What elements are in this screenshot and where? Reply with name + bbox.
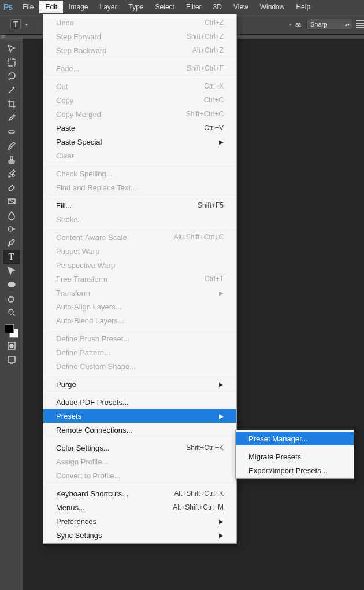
svg-point-2 — [12, 174, 14, 176]
menu-item-purge[interactable]: Purge▶ — [43, 377, 236, 391]
svg-point-4 — [8, 227, 13, 231]
history-tool[interactable] — [3, 167, 20, 180]
menu-item-assign-profile: Assign Profile... — [43, 455, 236, 469]
tool-preset-button[interactable]: T — [10, 19, 21, 30]
menubar-item-select[interactable]: Select — [150, 1, 180, 13]
submenu-arrow-icon: ▶ — [219, 139, 224, 145]
app-logo: Ps — [3, 2, 12, 12]
svg-point-6 — [8, 282, 15, 287]
color-swatches[interactable] — [3, 323, 20, 339]
presets-submenu: Preset Manager...Migrate PresetsExport/I… — [235, 430, 354, 479]
menubar-item-filter[interactable]: Filter — [180, 1, 207, 13]
menu-item-preset-manager[interactable]: Preset Manager... — [236, 432, 354, 445]
eyedropper-tool[interactable] — [3, 111, 20, 125]
menu-item-migrate-presets[interactable]: Migrate Presets — [236, 449, 354, 463]
menu-item-perspective-warp: Perspective Warp — [43, 258, 236, 272]
menu-item-label: Define Custom Shape... — [56, 362, 224, 371]
menu-item-convert-to-profile: Convert to Profile... — [43, 469, 236, 482]
menu-item-keyboard-shortcuts[interactable]: Keyboard Shortcuts...Alt+Shift+Ctrl+K — [43, 486, 236, 500]
menubar-item-view[interactable]: View — [228, 1, 254, 13]
menu-item-shortcut: Alt+Shift+Ctrl+M — [173, 503, 224, 511]
quickmask-button[interactable] — [3, 339, 20, 353]
ellipse-tool[interactable] — [3, 278, 20, 292]
menu-item-label: Sync Settings — [56, 531, 216, 540]
gradient-tool[interactable] — [3, 194, 20, 208]
submenu-arrow-icon: ▶ — [219, 381, 224, 388]
menu-item-paste[interactable]: PasteCtrl+V — [43, 121, 236, 135]
menu-item-adobe-pdf-presets[interactable]: Adobe PDF Presets... — [43, 395, 236, 409]
menu-item-label: Clear — [56, 152, 224, 160]
menubar-item-help[interactable]: Help — [290, 1, 316, 13]
menu-item-shortcut: Shift+F5 — [198, 201, 224, 209]
blur-tool[interactable] — [3, 208, 20, 222]
menu-item-label: Adobe PDF Presets... — [56, 398, 224, 407]
chevron-down-icon[interactable]: ▾ — [25, 22, 28, 27]
submenu-arrow-icon: ▶ — [219, 532, 224, 539]
menu-separator — [44, 393, 236, 393]
antialias-select[interactable]: Sharp ▴▾ — [306, 19, 352, 30]
menu-item-color-settings[interactable]: Color Settings...Shift+Ctrl+K — [43, 441, 236, 455]
menu-item-preferences[interactable]: Preferences▶ — [43, 514, 236, 528]
menu-item-menus[interactable]: Menus...Alt+Shift+Ctrl+M — [43, 500, 236, 514]
menubar-item-file[interactable]: File — [17, 1, 39, 13]
menu-item-paste-special[interactable]: Paste Special▶ — [43, 135, 236, 149]
wand-tool[interactable] — [3, 83, 20, 97]
menubar-item-image[interactable]: Image — [63, 1, 94, 13]
chevron-down-icon[interactable]: ▾ — [289, 22, 292, 27]
menu-item-shortcut: Shift+Ctrl+K — [186, 444, 224, 452]
brush-tool[interactable] — [3, 139, 20, 153]
menu-separator — [44, 164, 236, 165]
menu-item-label: Purge — [56, 380, 216, 389]
crop-tool[interactable] — [3, 97, 20, 111]
menu-item-transform: Transform▶ — [43, 286, 236, 300]
hand-tool[interactable] — [3, 292, 20, 305]
menu-item-label: Check Spelling... — [56, 169, 224, 178]
menu-item-copy-merged: Copy MergedShift+Ctrl+C — [43, 107, 236, 121]
menu-item-shortcut: Shift+Ctrl+C — [186, 110, 224, 118]
pen-tool[interactable] — [3, 236, 20, 250]
menu-item-define-custom-shape: Define Custom Shape... — [43, 359, 236, 373]
menu-item-export-import-presets[interactable]: Export/Import Presets... — [236, 463, 354, 477]
align-left-button[interactable] — [356, 20, 364, 28]
menu-item-sync-settings[interactable]: Sync Settings▶ — [43, 528, 236, 542]
menu-item-label: Define Brush Preset... — [56, 334, 224, 343]
stamp-tool[interactable] — [3, 153, 20, 167]
menu-item-check-spelling: Check Spelling... — [43, 167, 236, 180]
menu-item-remote-connections[interactable]: Remote Connections... — [43, 423, 236, 437]
type-tool[interactable]: T — [3, 250, 20, 264]
menu-item-label: Define Pattern... — [56, 348, 224, 357]
lasso-tool[interactable] — [3, 69, 20, 83]
move-tool[interactable] — [3, 42, 20, 56]
menubar: Ps FileEditImageLayerTypeSelectFilter3DV… — [0, 0, 364, 14]
marquee-tool[interactable] — [3, 56, 20, 69]
menu-item-label: Color Settings... — [56, 444, 186, 452]
menubar-item-window[interactable]: Window — [254, 1, 291, 13]
eraser-tool[interactable] — [3, 180, 20, 194]
menu-item-label: Paste Special — [56, 138, 216, 146]
menu-item-fill[interactable]: Fill...Shift+F5 — [43, 198, 236, 212]
menu-separator — [44, 228, 236, 228]
heal-tool[interactable] — [3, 125, 20, 139]
menu-item-shortcut: Shift+Ctrl+Z — [187, 32, 224, 40]
menu-item-cut: CutCtrl+X — [43, 79, 236, 93]
menu-separator — [44, 484, 236, 485]
menubar-item-edit[interactable]: Edit — [39, 1, 63, 13]
menu-item-label: Fill... — [56, 201, 198, 210]
dodge-tool[interactable] — [3, 222, 20, 236]
menu-item-label: Convert to Profile... — [56, 471, 224, 480]
menu-item-label: Free Transform — [56, 275, 205, 283]
menubar-item-3d[interactable]: 3D — [207, 1, 228, 13]
screenmode-button[interactable] — [3, 353, 20, 367]
menu-item-label: Assign Profile... — [56, 458, 224, 466]
menu-item-label: Stroke... — [56, 215, 224, 224]
menu-item-shortcut: Ctrl+Z — [205, 19, 224, 27]
path-tool[interactable] — [3, 264, 20, 278]
zoom-tool[interactable] — [3, 305, 20, 319]
menu-item-label: Content-Aware Scale — [56, 233, 174, 242]
menubar-item-layer[interactable]: Layer — [94, 1, 123, 13]
menu-item-presets[interactable]: Presets▶ — [43, 409, 236, 423]
svg-rect-0 — [8, 59, 15, 66]
menubar-item-type[interactable]: Type — [123, 1, 150, 13]
menu-item-label: Copy — [56, 96, 204, 105]
menu-item-label: Presets — [56, 412, 216, 421]
